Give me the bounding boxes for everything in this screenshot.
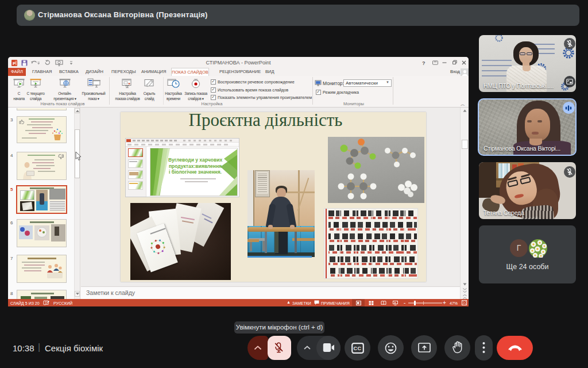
svg-text:P: P [13,61,16,66]
svg-text:CC: CC [353,346,361,351]
svg-text:?: ? [422,60,425,66]
